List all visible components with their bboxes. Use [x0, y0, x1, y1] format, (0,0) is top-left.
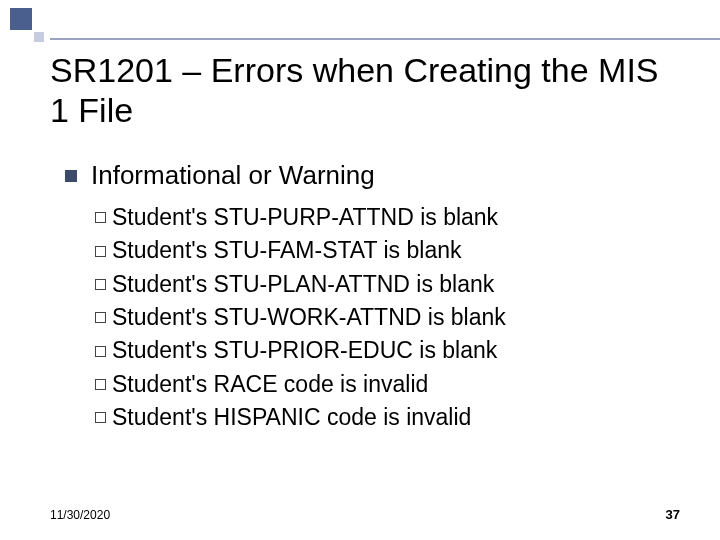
list-item-text: Student's STU-PLAN-ATTND is blank [112, 268, 494, 301]
slide-content: Informational or Warning Student's STU-P… [65, 160, 680, 434]
hollow-square-icon [95, 246, 106, 257]
list-item-text: Student's STU-PRIOR-EDUC is blank [112, 334, 497, 367]
list-item: Student's RACE code is invalid [95, 368, 680, 401]
list-item-text: Student's STU-FAM-STAT is blank [112, 234, 462, 267]
footer-page-number: 37 [666, 507, 680, 522]
square-bullet-icon [65, 170, 77, 182]
list-item: Student's STU-WORK-ATTND is blank [95, 301, 680, 334]
list-item-text: Student's HISPANIC code is invalid [112, 401, 471, 434]
deco-square-large [10, 8, 32, 30]
list-item-text: Student's STU-PURP-ATTND is blank [112, 201, 498, 234]
list-item: Student's STU-PLAN-ATTND is blank [95, 268, 680, 301]
list-item: Student's STU-PURP-ATTND is blank [95, 201, 680, 234]
deco-square-small [34, 32, 44, 42]
section-heading-row: Informational or Warning [65, 160, 680, 191]
hollow-square-icon [95, 212, 106, 223]
footer-date: 11/30/2020 [50, 508, 110, 522]
list-item: Student's STU-PRIOR-EDUC is blank [95, 334, 680, 367]
hollow-square-icon [95, 412, 106, 423]
deco-line [50, 38, 720, 40]
slide-footer: 11/30/2020 37 [50, 507, 680, 522]
list-item-text: Student's STU-WORK-ATTND is blank [112, 301, 506, 334]
hollow-square-icon [95, 312, 106, 323]
list-item-text: Student's RACE code is invalid [112, 368, 428, 401]
slide-title: SR1201 – Errors when Creating the MIS 1 … [50, 50, 680, 130]
item-list: Student's STU-PURP-ATTND is blank Studen… [65, 201, 680, 434]
section-heading: Informational or Warning [91, 160, 375, 191]
list-item: Student's HISPANIC code is invalid [95, 401, 680, 434]
hollow-square-icon [95, 346, 106, 357]
hollow-square-icon [95, 279, 106, 290]
list-item: Student's STU-FAM-STAT is blank [95, 234, 680, 267]
hollow-square-icon [95, 379, 106, 390]
